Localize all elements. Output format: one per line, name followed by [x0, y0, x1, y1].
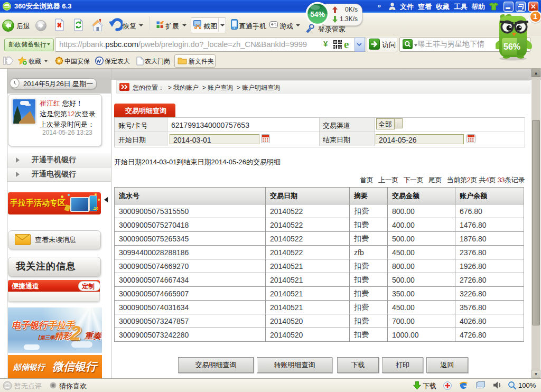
svg-text:54%: 54% — [310, 11, 325, 18]
svg-text:56%: 56% — [503, 42, 520, 51]
